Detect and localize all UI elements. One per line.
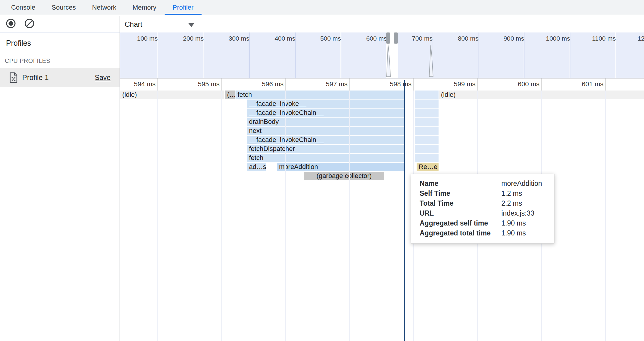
profile-name: Profile 1 — [22, 73, 95, 82]
frame-tooltip: NamemoreAdditionSelf Time1.2 msTotal Tim… — [411, 174, 554, 244]
flame-bar-facade-invoke[interactable]: __facade_invoke__ — [247, 100, 404, 108]
flame-bar-fetch[interactable]: fetch — [235, 91, 404, 99]
tooltip-row: NamemoreAddition — [411, 179, 554, 189]
clear-profiles-button[interactable] — [24, 19, 35, 29]
overview-tick-label: 400 ms — [247, 35, 295, 42]
flame-gridline — [285, 91, 286, 341]
tooltip-value: 1.2 ms — [501, 189, 522, 198]
flame-bar-segment[interactable] — [415, 91, 439, 99]
cpu-profiles-section-heading: CPU PROFILES — [5, 57, 50, 64]
view-mode-value: Chart — [125, 20, 142, 29]
time-tick-label: 599 ms — [424, 80, 475, 88]
ruler-tick — [477, 78, 478, 91]
flame-bar-segment[interactable] — [415, 145, 439, 153]
clear-icon — [24, 18, 35, 30]
time-tick-label: 596 ms — [232, 80, 284, 88]
flame-bar-ad-s[interactable]: ad…s — [247, 163, 266, 171]
time-tick-label: 601 ms — [552, 80, 603, 88]
devtools-window: ConsoleSourcesNetworkMemoryProfiler — [0, 0, 644, 341]
timeline-overview[interactable]: 100 ms200 ms300 ms400 ms500 ms600 ms700 … — [120, 32, 644, 78]
tooltip-label: Self Time — [411, 189, 501, 198]
tab-memory[interactable]: Memory — [124, 0, 164, 15]
tab-profiler[interactable]: Profiler — [165, 0, 202, 15]
cpu-activity-spike — [429, 45, 433, 78]
flame-bar-segment[interactable] — [415, 127, 439, 135]
flame-bar-garbage-collector[interactable]: (garbage collector) — [304, 172, 384, 180]
sidebar-item-profile-1[interactable]: Profile 1 Save — [0, 68, 120, 87]
tab-console[interactable]: Console — [3, 0, 44, 15]
record-profile-button[interactable] — [5, 19, 16, 29]
view-mode-dropdown[interactable]: Chart — [125, 16, 200, 32]
playhead-line — [404, 80, 405, 341]
tooltip-row: Total Time2.2 ms — [411, 198, 554, 208]
tooltip-value: moreAddition — [501, 180, 542, 188]
flame-gridline — [221, 91, 222, 341]
tooltip-label: Name — [411, 180, 501, 188]
selection-handle-left[interactable] — [386, 32, 390, 44]
overview-tick-label: 900 ms — [476, 35, 524, 42]
flame-gridline — [349, 91, 350, 341]
tooltip-label: Total Time — [411, 199, 501, 207]
tooltip-row: Self Time1.2 ms — [411, 189, 554, 198]
flame-bar-segment[interactable] — [415, 109, 439, 117]
flame-bar-fetch[interactable]: fetch — [247, 154, 404, 162]
time-tick-label: 595 ms — [169, 80, 220, 88]
flame-bar-moreaddition[interactable]: moreAddition — [277, 163, 404, 171]
flame-bar-next[interactable]: next — [247, 127, 404, 135]
devtools-tab-bar: ConsoleSourcesNetworkMemoryProfiler — [0, 0, 644, 15]
ruler-tick — [157, 78, 158, 91]
flame-bar-facade-invokechain[interactable]: __facade_invokeChain__ — [247, 136, 404, 144]
flame-bar-segment[interactable] — [415, 154, 439, 162]
profiles-heading: Profiles — [6, 39, 31, 48]
tab-sources[interactable]: Sources — [44, 0, 84, 15]
flame-bar-fetchdispatcher[interactable]: fetchDispatcher — [247, 145, 404, 153]
overview-tick-label: 100 ms — [120, 35, 158, 42]
flame-bar-drainbody[interactable]: drainBody — [247, 118, 404, 126]
tab-network[interactable]: Network — [84, 0, 124, 15]
tooltip-row: Aggregated self time1.90 ms — [411, 218, 554, 228]
overview-tick-label: 600 ms — [339, 35, 387, 42]
record-icon — [5, 18, 16, 30]
flame-bar-segment[interactable] — [415, 136, 439, 144]
profile-file-icon — [9, 72, 18, 83]
flame-bar-re-e[interactable]: Re…e — [417, 163, 439, 171]
ruler-tick — [541, 78, 542, 91]
tooltip-value: 1.90 ms — [501, 219, 526, 227]
overview-tick-label: 1100 ms — [568, 35, 616, 42]
chart-view-toolbar: Chart — [120, 16, 644, 32]
tooltip-label: Aggregated self time — [411, 219, 501, 227]
time-tick-label: 594 ms — [120, 80, 156, 88]
tooltip-label: URL — [411, 209, 501, 217]
overview-tick-label: 1200 ms — [614, 35, 644, 42]
overview-tick-label: 800 ms — [430, 35, 478, 42]
profiler-toolbar — [0, 16, 120, 32]
detail-time-ruler: 594 ms595 ms596 ms597 ms598 ms599 ms600 … — [120, 78, 644, 91]
selection-handle-right[interactable] — [394, 32, 398, 44]
overview-tick-label: 200 ms — [156, 35, 204, 42]
flame-gridline — [605, 91, 606, 341]
flame-bar-segment[interactable] — [415, 100, 439, 108]
ruler-tick — [221, 78, 222, 91]
dropdown-arrow-icon — [188, 23, 194, 27]
overview-tick-label: 1000 ms — [522, 35, 570, 42]
flame-bar-facade-invokechain[interactable]: __facade_invokeChain__ — [247, 109, 404, 117]
ruler-tick — [413, 78, 414, 91]
flame-bar-idle[interactable]: (idle) — [120, 91, 224, 99]
flame-bar-segment[interactable] — [415, 118, 439, 126]
tooltip-value: 1.90 ms — [501, 229, 526, 237]
tooltip-label: Aggregated total time — [411, 229, 501, 237]
tooltip-row: Aggregated total time1.90 ms — [411, 228, 554, 238]
flame-bar-segment[interactable]: (… — [225, 91, 235, 99]
ruler-tick — [605, 78, 606, 91]
profiler-main-pane: Chart 100 ms200 ms300 ms400 ms500 ms600 … — [120, 16, 644, 341]
time-tick-label: 597 ms — [296, 80, 348, 88]
tooltip-value: index.js:33 — [501, 209, 534, 217]
profiles-sidebar: Profiles CPU PROFILES Profile 1 Save — [0, 16, 120, 341]
tooltip-value: 2.2 ms — [501, 199, 522, 207]
overview-tick-label: 500 ms — [293, 35, 341, 42]
ruler-tick — [349, 78, 350, 91]
time-tick-label: 600 ms — [488, 80, 539, 88]
save-profile-link[interactable]: Save — [95, 74, 111, 82]
flame-gridline — [157, 91, 158, 341]
ruler-tick — [285, 78, 286, 91]
